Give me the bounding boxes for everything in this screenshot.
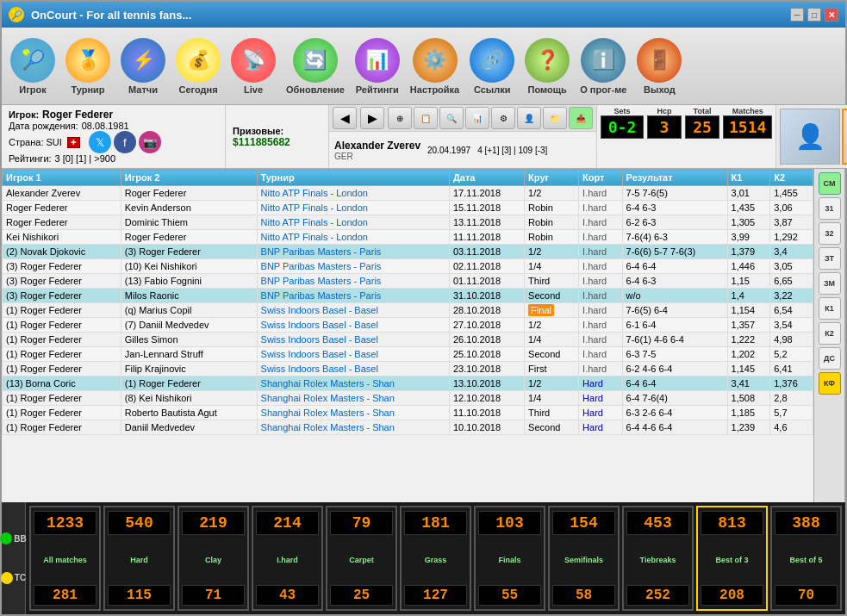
table-row[interactable]: Roger Federer Dominic Thiem Nitto ATP Fi… [3, 215, 813, 230]
back-button[interactable]: ◀ [333, 107, 357, 129]
stat-cards: 1233 All matches 281 540 Hard 115 219 Cl… [26, 502, 845, 614]
close-button[interactable]: ✕ [825, 8, 838, 22]
stat-card-carpet[interactable]: 79 Carpet 25 [326, 506, 397, 611]
cell-k2: 3,54 [770, 318, 813, 333]
table-row[interactable]: (1) Roger Federer Roberto Bautista Agut … [3, 406, 813, 420]
nav-btn-5[interactable]: ⚙ [491, 107, 515, 129]
col-player1[interactable]: Игрок 1 [3, 170, 121, 186]
toolbar-player[interactable]: 🎾 Игрок [7, 36, 59, 96]
col-date[interactable]: Дата [450, 170, 525, 186]
stat-card-clay[interactable]: 219 Clay 71 [177, 506, 249, 611]
table-row[interactable]: (1) Roger Federer (q) Marius Copil Swiss… [3, 303, 813, 318]
stat-card-best-of-3[interactable]: 813 Best of 3 208 [696, 506, 768, 611]
side-k1[interactable]: К1 [819, 297, 841, 320]
nav-btn-1[interactable]: ⊕ [388, 107, 412, 129]
toolbar-today[interactable]: 💰 Сегодня [172, 36, 224, 96]
total-value: 25 [685, 115, 719, 139]
col-k1[interactable]: К1 [727, 170, 770, 186]
table-row[interactable]: (1) Roger Federer Daniil Medvedev Shangh… [3, 420, 813, 435]
stat-card-finals[interactable]: 103 Finals 55 [474, 506, 545, 611]
col-player2[interactable]: Игрок 2 [121, 170, 257, 186]
table-row[interactable]: (3) Roger Federer Milos Raonic BNP Parib… [3, 289, 813, 303]
opponent-birthdate: 20.04.1997 [427, 146, 470, 155]
matches-value: 1514 [723, 115, 772, 139]
cell-k1: 1,239 [727, 420, 770, 435]
cell-court: I.hard [579, 186, 623, 201]
side-kf[interactable]: КФ [819, 372, 841, 395]
table-row[interactable]: (3) Roger Federer (10) Kei Nishikori BNP… [3, 259, 813, 274]
table-row[interactable]: Kei Nishikori Roger Federer Nitto ATP Fi… [3, 230, 813, 245]
minimize-button[interactable]: ─ [790, 8, 804, 22]
facebook-button[interactable]: f [114, 131, 136, 153]
cell-court: I.hard [579, 289, 623, 303]
nav-btn-4[interactable]: 📊 [465, 107, 489, 129]
instagram-button[interactable]: 📷 [139, 131, 161, 153]
table-row[interactable]: (1) Roger Federer Filip Krajinovic Swiss… [3, 362, 813, 376]
table-row[interactable]: Roger Federer Kevin Anderson Nitto ATP F… [3, 201, 813, 215]
stat-card-tiebreaks[interactable]: 453 Tiebreaks 252 [622, 506, 694, 611]
side-cm[interactable]: СМ [819, 172, 841, 195]
toolbar-help[interactable]: ❓ Помощь [521, 36, 573, 96]
forward-button[interactable]: ▶ [360, 107, 384, 129]
col-result[interactable]: Результат [622, 170, 727, 186]
toolbar-live[interactable]: 📡 Live [227, 36, 279, 96]
stat-card-grass[interactable]: 181 Grass 127 [400, 506, 471, 611]
col-round[interactable]: Круг [525, 170, 579, 186]
cell-k1: 1,202 [727, 347, 770, 362]
table-row[interactable]: (1) Roger Federer Gilles Simon Swiss Ind… [3, 333, 813, 347]
toolbar-matches[interactable]: ⚡ Матчи [117, 36, 169, 96]
table-row[interactable]: (1) Roger Federer (7) Daniil Medvedev Sw… [3, 318, 813, 333]
table-row[interactable]: (13) Borna Coric (1) Roger Federer Shang… [3, 376, 813, 391]
nav-btn-6[interactable]: 👤 [517, 107, 541, 129]
cell-k1: 1,435 [727, 201, 770, 215]
toolbar-links[interactable]: 🔗 Ссылки [466, 36, 518, 96]
export-button[interactable]: 📤 [569, 107, 593, 129]
col-tournament[interactable]: Турнир [257, 170, 449, 186]
nav-btn-7[interactable]: 📁 [543, 107, 567, 129]
maximize-button[interactable]: □ [807, 8, 821, 22]
cell-date: 13.11.2018 [450, 215, 525, 230]
toolbar-about[interactable]: ℹ️ О прог-ме [576, 36, 630, 96]
twitter-button[interactable]: 𝕏 [89, 131, 111, 153]
stat-card-best-of-5[interactable]: 388 Best of 5 70 [770, 506, 842, 611]
table-row[interactable]: Alexander Zverev Roger Federer Nitto ATP… [3, 186, 813, 201]
table-row[interactable]: (2) Novak Djokovic (3) Roger Federer BNP… [3, 245, 813, 259]
main-content: Игрок 1 Игрок 2 Турнир Дата Круг Корт Ре… [2, 169, 845, 502]
stat-card-all-matches[interactable]: 1233 All matches 281 [29, 506, 101, 611]
stat-card-semifinals[interactable]: 154 Semifinals 58 [548, 506, 620, 611]
side-31[interactable]: 31 [819, 197, 841, 220]
nav-btn-3[interactable]: 🔍 [439, 107, 464, 129]
side-32[interactable]: 32 [819, 222, 841, 245]
toolbar-tournament[interactable]: 🏅 Турнир [62, 36, 114, 96]
matches-icon: ⚡ [121, 38, 165, 83]
side-k2[interactable]: К2 [819, 322, 841, 345]
toolbar-update[interactable]: 🔄 Обновление [283, 36, 348, 96]
table-row[interactable]: (1) Roger Federer (8) Kei Nishikori Shan… [3, 391, 813, 406]
table-row[interactable]: (3) Roger Federer (13) Fabio Fognini BNP… [3, 274, 813, 289]
col-k2[interactable]: К2 [770, 170, 813, 186]
total-label: Total [685, 107, 719, 115]
nav-btn-2[interactable]: 📋 [414, 107, 438, 129]
stat-label: Carpet [349, 554, 374, 566]
cell-round: Final [525, 303, 579, 318]
table-row[interactable]: (1) Roger Federer Jan-Lennard Struff Swi… [3, 347, 813, 362]
cell-round: 1/2 [525, 186, 579, 201]
side-zm[interactable]: ЗМ [819, 272, 841, 295]
cell-p1: (3) Roger Federer [3, 259, 121, 274]
stat-card-hard[interactable]: 540 Hard 115 [103, 506, 175, 611]
side-ds[interactable]: ДС [819, 347, 841, 370]
cell-date: 10.10.2018 [450, 420, 525, 435]
cell-tournament: BNP Paribas Masters - Paris [257, 259, 449, 274]
toolbar-exit[interactable]: 🚪 Выход [633, 36, 685, 96]
col-court[interactable]: Корт [579, 170, 623, 186]
prize-value: $111885682 [233, 136, 321, 148]
cell-k2: 3,06 [770, 201, 813, 215]
toolbar-settings[interactable]: ⚙️ Настройка [407, 36, 463, 96]
stat-top: 813 [701, 511, 763, 535]
stat-top: 540 [108, 511, 171, 535]
side-zt[interactable]: ЗТ [819, 247, 841, 270]
toolbar-ratings[interactable]: 📊 Рейтинги [352, 36, 403, 96]
table-container[interactable]: Игрок 1 Игрок 2 Турнир Дата Круг Корт Ре… [2, 169, 814, 502]
stat-card-i.hard[interactable]: 214 I.hard 43 [252, 506, 323, 611]
cell-date: 03.11.2018 [450, 245, 525, 259]
